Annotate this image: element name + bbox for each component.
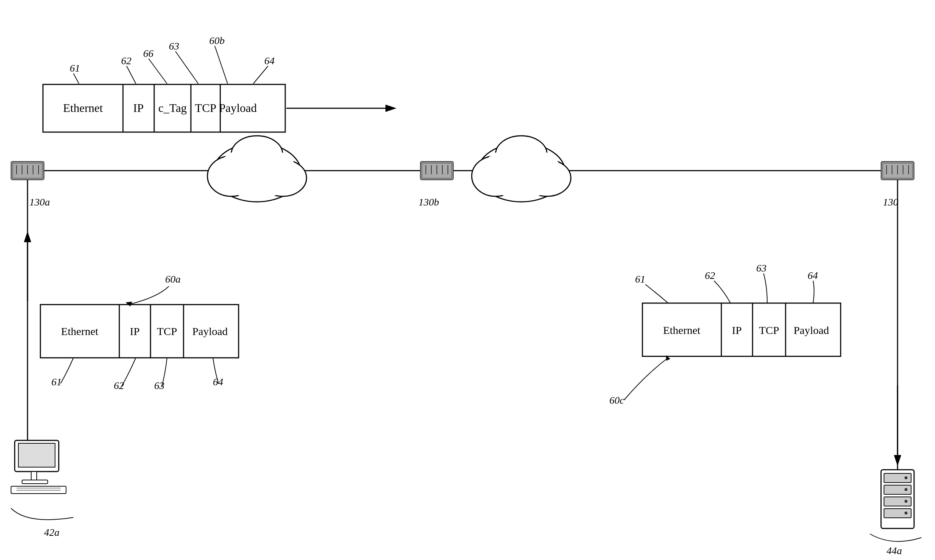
label-66-top: 66: [143, 48, 167, 84]
label-130: 130: [883, 196, 898, 208]
cloud-right: [472, 136, 571, 202]
switch-left: [11, 162, 44, 180]
svg-line-8: [127, 66, 136, 84]
svg-line-12: [176, 51, 198, 84]
svg-text:66: 66: [143, 48, 154, 59]
label-60c: 60c: [609, 355, 670, 406]
cell-payload-bl: Payload: [193, 325, 228, 337]
svg-text:64: 64: [264, 55, 274, 66]
svg-rect-74: [11, 486, 66, 494]
svg-point-95: [904, 512, 907, 514]
arrow-down-right: [894, 385, 901, 466]
label-63-top: 63: [169, 40, 198, 84]
label-61-top: 61: [70, 62, 80, 84]
svg-marker-57: [24, 231, 31, 242]
svg-text:60b: 60b: [209, 35, 225, 46]
label-62-top: 62: [121, 55, 136, 84]
label-63-bl: 63: [154, 358, 167, 391]
cell-payload-top: Payload: [219, 101, 257, 114]
label-62-bl: 62: [114, 358, 136, 391]
label-60a: 60a: [126, 273, 180, 306]
bracket-44a: [870, 534, 921, 541]
svg-text:61: 61: [51, 376, 62, 388]
packet-frame-top: Ethernet IP c_Tag TCP Payload: [43, 85, 285, 132]
label-63-br: 63: [756, 262, 767, 303]
svg-text:61: 61: [635, 273, 645, 285]
svg-text:60c: 60c: [609, 394, 624, 406]
label-64-top: 64: [253, 55, 274, 84]
svg-text:61: 61: [70, 62, 80, 74]
label-130a: 130a: [29, 196, 50, 208]
packet-frame-bottom-right: Ethernet IP TCP Payload: [642, 303, 841, 356]
svg-text:62: 62: [114, 380, 124, 391]
cell-ethernet-bl: Ethernet: [61, 325, 99, 337]
cell-ip-bl: IP: [130, 325, 140, 337]
cell-tcp-top: TCP: [195, 101, 217, 114]
svg-marker-59: [894, 455, 901, 466]
svg-text:63: 63: [169, 40, 179, 52]
cloud-left: [207, 136, 307, 202]
svg-text:60a: 60a: [165, 273, 180, 285]
svg-line-6: [74, 73, 79, 84]
cell-tcp-br: TCP: [759, 324, 779, 336]
computer-icon: [11, 440, 66, 494]
bracket-42a: [11, 508, 74, 520]
server-icon: [881, 470, 914, 528]
switch-right: [881, 162, 914, 180]
label-62-br: 62: [705, 270, 730, 303]
svg-text:63: 63: [756, 262, 767, 274]
svg-text:64: 64: [808, 270, 818, 281]
svg-line-14: [215, 46, 228, 84]
label-64-bl: 64: [213, 358, 223, 388]
svg-rect-71: [18, 443, 55, 467]
label-42a: 42a: [44, 527, 60, 538]
label-64-br: 64: [808, 270, 818, 303]
svg-point-94: [904, 500, 907, 503]
cell-tcp-bl: TCP: [157, 325, 177, 337]
arrow-packet-to-network: [287, 105, 396, 112]
cell-ip-br: IP: [732, 324, 742, 336]
label-61-bl: 61: [51, 358, 74, 388]
label-60b-top: 60b: [209, 35, 228, 84]
cell-ethernet-br: Ethernet: [663, 324, 701, 336]
cell-ethernet-top: Ethernet: [63, 101, 103, 114]
arrow-up-left: [24, 231, 31, 301]
label-44a: 44a: [887, 545, 902, 556]
svg-point-92: [904, 476, 907, 479]
svg-rect-72: [31, 472, 37, 481]
cell-ip-top: IP: [133, 101, 143, 114]
svg-point-93: [904, 488, 907, 491]
cell-ctag-top: c_Tag: [158, 101, 187, 114]
svg-line-16: [253, 66, 268, 84]
svg-point-33: [235, 141, 279, 171]
svg-marker-18: [385, 105, 396, 112]
label-61-br: 61: [635, 273, 668, 303]
cell-payload-br: Payload: [794, 324, 829, 336]
svg-point-48: [499, 141, 543, 171]
switch-mid: [421, 162, 453, 180]
label-130b: 130b: [419, 196, 439, 208]
svg-text:62: 62: [705, 270, 715, 281]
svg-rect-73: [22, 480, 48, 484]
svg-line-10: [149, 59, 167, 84]
packet-frame-bottom-left: Ethernet IP TCP Payload: [40, 305, 239, 358]
svg-text:62: 62: [121, 55, 131, 66]
